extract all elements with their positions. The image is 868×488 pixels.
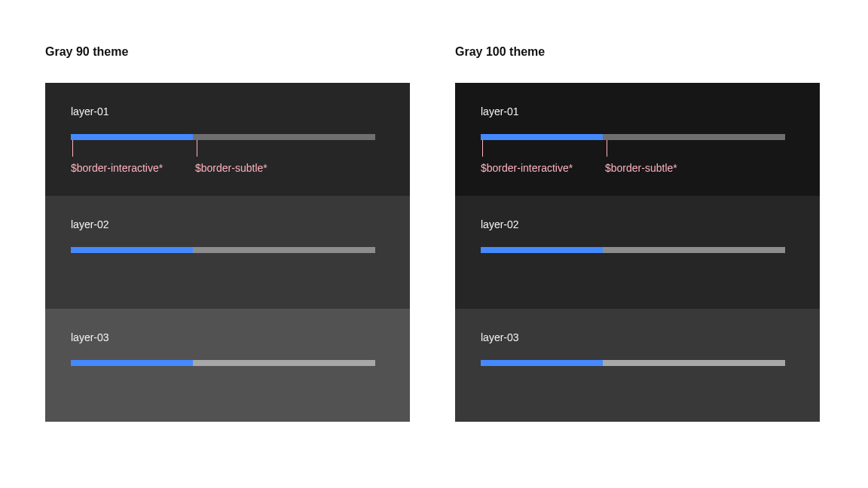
layer-label: layer-02 [481, 218, 794, 230]
progress-bar [481, 134, 785, 140]
progress-fill [481, 360, 603, 366]
annotation-label: $border-interactive* [481, 162, 573, 174]
theme-swatch: layer-01 $border-interactive* $border-su… [45, 83, 410, 422]
layer-label: layer-03 [71, 331, 384, 343]
annotation-border-interactive: $border-interactive* [72, 140, 164, 174]
theme-title: Gray 100 theme [455, 45, 820, 59]
layer-03: layer-03 [455, 309, 820, 422]
layer-02: layer-02 [455, 196, 820, 309]
theme-swatch: layer-01 $border-interactive* $border-su… [455, 83, 820, 422]
theme-title: Gray 90 theme [45, 45, 410, 59]
theme-column-gray-90: Gray 90 theme layer-01 $border-interacti… [45, 45, 410, 422]
progress-bar [71, 247, 375, 253]
annotation-group: $border-interactive* $border-subtle* [71, 140, 375, 178]
annotation-label: $border-subtle* [195, 162, 267, 174]
progress-fill [71, 134, 193, 140]
layer-01: layer-01 $border-interactive* $border-su… [455, 83, 820, 196]
layer-01: layer-01 $border-interactive* $border-su… [45, 83, 410, 196]
page-root: Gray 90 theme layer-01 $border-interacti… [0, 0, 868, 422]
progress-track [603, 247, 785, 253]
progress-fill [481, 134, 603, 140]
progress-track [193, 360, 375, 366]
layer-02: layer-02 [45, 196, 410, 309]
progress-fill [71, 360, 193, 366]
progress-fill [71, 247, 193, 253]
layer-03: layer-03 [45, 309, 410, 422]
progress-bar [481, 360, 785, 366]
annotation-label: $border-subtle* [605, 162, 677, 174]
layer-label: layer-02 [71, 218, 384, 230]
progress-track [603, 360, 785, 366]
progress-fill [481, 247, 603, 253]
layer-label: layer-01 [481, 105, 794, 117]
annotation-label: $border-interactive* [71, 162, 163, 174]
progress-bar [481, 247, 785, 253]
progress-bar [71, 360, 375, 366]
progress-bar [71, 134, 375, 140]
annotation-tick [482, 140, 483, 157]
layer-label: layer-03 [481, 331, 794, 343]
annotation-tick [197, 140, 197, 157]
annotation-border-subtle: $border-subtle* [197, 140, 269, 174]
annotation-border-interactive: $border-interactive* [482, 140, 574, 174]
annotation-border-subtle: $border-subtle* [607, 140, 679, 174]
layer-label: layer-01 [71, 105, 384, 117]
annotation-tick [72, 140, 73, 157]
annotation-group: $border-interactive* $border-subtle* [481, 140, 785, 178]
theme-column-gray-100: Gray 100 theme layer-01 $border-interact… [455, 45, 820, 422]
progress-track [193, 247, 375, 253]
progress-track [193, 134, 375, 140]
progress-track [603, 134, 785, 140]
annotation-tick [607, 140, 607, 157]
